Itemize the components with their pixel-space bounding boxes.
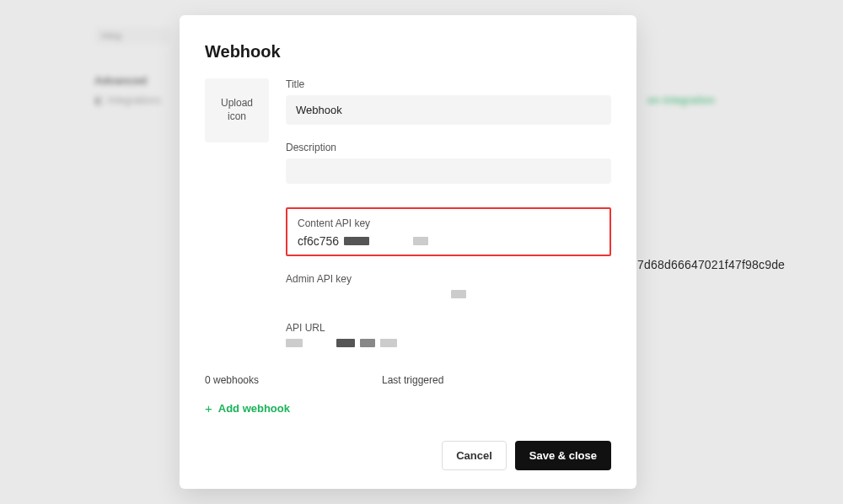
webhooks-row: 0 webhooks Last triggered: [205, 374, 611, 386]
description-input[interactable]: [286, 158, 611, 184]
api-url-label: API URL: [286, 322, 611, 334]
redacted-segment: [336, 339, 355, 347]
content-api-highlight: Content API key cf6c756: [286, 207, 611, 256]
content-api-value[interactable]: cf6c756: [298, 234, 599, 248]
admin-api-value[interactable]: [286, 290, 611, 298]
redacted-segment: [286, 339, 303, 347]
content-api-label: Content API key: [298, 217, 599, 229]
redacted-segment: [360, 339, 375, 347]
cancel-button[interactable]: Cancel: [442, 441, 507, 470]
add-webhook-button[interactable]: + Add webhook: [205, 401, 611, 416]
redacted-segment: [413, 237, 428, 245]
bg-integrations-item: ◧ Integrations: [94, 94, 161, 106]
form-top-row: Upload icon Title Description: [205, 78, 611, 184]
redacted-segment: [344, 237, 369, 245]
bg-advanced-label: Advanced: [94, 74, 147, 87]
modal-footer: Cancel Save & close: [205, 441, 611, 470]
add-webhook-label: Add webhook: [218, 402, 290, 415]
bg-add-integration-link: on integration: [647, 94, 715, 106]
last-triggered-label: Last triggered: [382, 374, 443, 386]
api-url-value[interactable]: [286, 339, 611, 347]
admin-api-block: Admin API key: [286, 273, 611, 298]
description-label: Description: [286, 142, 611, 153]
upload-label-2: icon: [228, 110, 246, 124]
modal-title: Webhook: [205, 42, 611, 62]
upload-label-1: Upload: [221, 97, 253, 110]
api-url-block: API URL: [286, 322, 611, 347]
admin-api-label: Admin API key: [286, 273, 611, 285]
bg-integrations-label: Integrations: [108, 94, 161, 106]
webhooks-count-label: 0 webhooks: [205, 374, 382, 386]
redacted-segment: [451, 290, 466, 298]
title-label: Title: [286, 78, 611, 90]
save-close-button[interactable]: Save & close: [515, 441, 611, 470]
admin-api-key-overflow: 7d68d66647021f47f98c9de: [637, 258, 785, 271]
api-section: Content API key cf6c756 Admin API key AP…: [286, 207, 611, 371]
form-fields-col: Title Description: [286, 78, 611, 184]
upload-icon-button[interactable]: Upload icon: [205, 78, 269, 142]
puzzle-icon: ◧: [94, 94, 104, 106]
title-input[interactable]: [286, 95, 611, 125]
webhook-modal: Webhook Upload icon Title Description Co…: [180, 15, 636, 489]
plus-icon: +: [205, 401, 212, 416]
redacted-segment: [380, 339, 397, 347]
bg-search-hint: integ: [94, 27, 170, 44]
content-api-prefix: cf6c756: [298, 234, 339, 248]
